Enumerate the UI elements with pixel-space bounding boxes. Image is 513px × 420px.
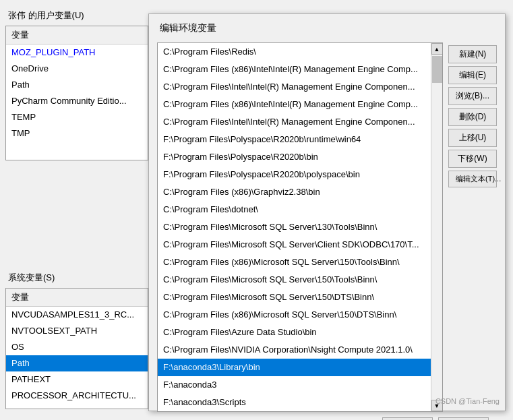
- path-item[interactable]: C:\Program Files\dotnet\: [158, 201, 431, 218]
- list-item[interactable]: PROCESSOR_IDENTIFIER: [6, 404, 148, 409]
- watermark: CSDN @Tian-Feng: [435, 397, 500, 405]
- dialog-title: 编辑环境变量: [149, 14, 505, 40]
- path-item[interactable]: C:\Program Files\NVIDIA Corporation\Nsig…: [158, 341, 431, 359]
- ok-button[interactable]: 确定: [382, 417, 433, 420]
- path-item[interactable]: C:\Program Files (x86)\Intel\Intel(R) Ma…: [158, 61, 431, 78]
- scrollbar-thumb[interactable]: [432, 56, 442, 83]
- list-item[interactable]: OneDrive: [6, 61, 148, 77]
- new-button[interactable]: 新建(N): [448, 45, 497, 63]
- path-item[interactable]: F:\Program Files\Polyspace\R2020b\bin: [158, 148, 431, 166]
- edit-env-dialog: 编辑环境变量 C:\Program Files\Redis\ C:\Progra…: [148, 13, 506, 411]
- left-panel: 张伟 的用户变量(U) 变量 MOZ_PLUGIN_PATH OneDrive …: [0, 0, 154, 420]
- path-item[interactable]: C:\Program Files (x86)\Microsoft SQL Ser…: [158, 253, 431, 271]
- system-list-header: 变量: [6, 289, 148, 307]
- system-section-title: 系统变量(S): [0, 268, 154, 287]
- list-item[interactable]: PyCharm Community Editio...: [6, 93, 148, 109]
- user-list-header: 变量: [6, 26, 148, 44]
- main-window: 张伟 的用户变量(U) 变量 MOZ_PLUGIN_PATH OneDrive …: [0, 0, 513, 420]
- path-item[interactable]: C:\Program Files\Microsoft SQL Server\15…: [158, 271, 431, 289]
- path-item[interactable]: C:\Program Files\Azure Data Studio\bin: [158, 324, 431, 341]
- path-item[interactable]: F:\Program Files\Polyspace\R2020b\runtim…: [158, 131, 431, 148]
- system-variables-list: 变量 NVCUDASAMPLES11_3_RC... NVTOOLSEXT_PA…: [5, 288, 148, 409]
- list-item[interactable]: OS: [6, 339, 148, 355]
- path-item[interactable]: C:\Program Files (x86)\Microsoft SQL Ser…: [158, 306, 431, 324]
- list-item[interactable]: NVCUDASAMPLES11_3_RC...: [6, 307, 148, 323]
- dialog-bottom-buttons: 确定 取消: [157, 412, 497, 420]
- scroll-up-button[interactable]: ▲: [431, 43, 443, 55]
- list-item[interactable]: PATHEXT: [6, 371, 148, 388]
- list-item[interactable]: MOZ_PLUGIN_PATH: [6, 44, 148, 61]
- list-item[interactable]: TMP: [6, 125, 148, 142]
- list-item[interactable]: PROCESSOR_ARCHITECTU...: [6, 388, 148, 404]
- delete-button[interactable]: 删除(D): [448, 108, 497, 126]
- list-item[interactable]: NVTOOLSEXT_PATH: [6, 323, 148, 339]
- path-item[interactable]: C:\Program Files (x86)\Intel\Intel(R) Ma…: [158, 96, 431, 113]
- path-list-row: C:\Program Files\Redis\ C:\Program Files…: [157, 42, 497, 412]
- path-item[interactable]: F:\anaconda3: [158, 376, 431, 394]
- path-item[interactable]: F:\Program Files\Polyspace\R2020b\polysp…: [158, 166, 431, 183]
- path-item-selected[interactable]: F:\anaconda3\Library\bin: [158, 359, 431, 376]
- edit-text-button[interactable]: 编辑文本(T)...: [448, 171, 497, 187]
- edit-button[interactable]: 编辑(E): [448, 66, 497, 84]
- path-item[interactable]: C:\Program Files\Microsoft SQL Server\Cl…: [158, 236, 431, 253]
- scrollbar[interactable]: ▲ ▼: [431, 43, 442, 411]
- action-buttons: 新建(N) 编辑(E) 浏览(B)... 删除(D) 上移(U) 下移(W) 编…: [443, 42, 497, 412]
- path-list-wrapper: C:\Program Files\Redis\ C:\Program Files…: [157, 42, 443, 412]
- cancel-button[interactable]: 取消: [438, 417, 489, 420]
- user-variables-list: 变量 MOZ_PLUGIN_PATH OneDrive Path PyCharm…: [5, 26, 148, 160]
- browse-button[interactable]: 浏览(B)...: [448, 87, 497, 105]
- path-item[interactable]: C:\Program Files\Microsoft SQL Server\15…: [158, 289, 431, 306]
- list-item[interactable]: Path: [6, 77, 148, 93]
- user-section-title: 张伟 的用户变量(U): [0, 5, 154, 24]
- path-list[interactable]: C:\Program Files\Redis\ C:\Program Files…: [158, 43, 431, 411]
- path-item[interactable]: C:\Program Files\Intel\Intel(R) Manageme…: [158, 113, 431, 131]
- path-item[interactable]: C:\Program Files\Microsoft SQL Server\13…: [158, 218, 431, 236]
- move-down-button[interactable]: 下移(W): [448, 150, 497, 168]
- path-item[interactable]: C:\Program Files\Redis\: [158, 43, 431, 61]
- path-item[interactable]: C:\Program Files\Intel\Intel(R) Manageme…: [158, 78, 431, 96]
- list-item[interactable]: TEMP: [6, 109, 148, 125]
- path-item[interactable]: C:\Program Files (x86)\Graphviz2.38\bin: [158, 183, 431, 201]
- list-item[interactable]: Path: [6, 355, 148, 371]
- dialog-content: C:\Program Files\Redis\ C:\Program Files…: [149, 40, 505, 420]
- move-up-button[interactable]: 上移(U): [448, 129, 497, 147]
- path-item[interactable]: F:\anaconda3\Scripts: [158, 394, 431, 411]
